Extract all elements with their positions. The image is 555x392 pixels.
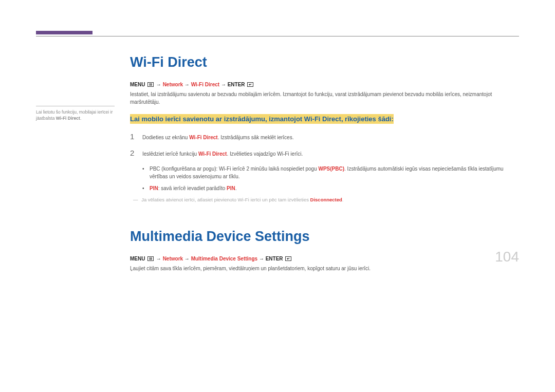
enter-icon: ↵ <box>285 256 291 261</box>
section2: Multimedia Device Settings MENU III → Ne… <box>130 229 519 272</box>
accent-bar <box>36 31 92 34</box>
arrow: → <box>183 256 191 262</box>
content-row: Lai lietotu šo funkciju, mobilajai ierīc… <box>36 54 519 279</box>
bullet-1: • PBC (konfigurēšana ar pogu): Wi-Fi ier… <box>142 165 519 180</box>
section2-intro: Ļaujiet citām sava tīkla ierīcēm, piemēr… <box>130 265 519 272</box>
enter-label: ENTER <box>266 256 285 262</box>
step-2: 2 Ieslēdziet ierīcē funkciju Wi-Fi Direc… <box>130 148 519 158</box>
section2-menu-path: MENU III → Network → Multimedia Device S… <box>130 256 519 262</box>
note-red: Disconnected <box>310 197 342 202</box>
enter-label: ENTER <box>228 82 247 87</box>
sidebar-note: Lai lietotu šo funkciju, mobilajai ierīc… <box>36 109 115 122</box>
bullet1-text: PBC (konfigurēšana ar pogu): Wi-Fi ierīc… <box>150 165 519 180</box>
sidebar-note-bold: Wi-Fi Direct <box>56 116 80 121</box>
bullet2-red1: PIN <box>150 185 158 191</box>
bullet1-red: WPS(PBC) <box>319 166 345 172</box>
step-body-1: Dodieties uz ekrānu Wi-Fi Direct. Izstrā… <box>142 132 519 141</box>
note-pre: Ja vēlaties atvienot ierīci, atlasiet pi… <box>140 197 310 202</box>
section1-note: ― Ja vēlaties atvienot ierīci, atlasiet … <box>133 196 519 203</box>
bullet2-red2: PIN <box>227 185 235 191</box>
arrow: → <box>257 256 266 262</box>
menu-network: Network <box>163 256 183 262</box>
bullet2-text: PIN: savā ierīcē ievadiet parādīto PIN. <box>150 184 519 192</box>
step1-red: Wi-Fi Direct <box>189 135 217 140</box>
arrow: → <box>219 82 228 87</box>
step-1: 1 Dodieties uz ekrānu Wi-Fi Direct. Izst… <box>130 132 519 141</box>
menu-network: Network <box>163 82 183 87</box>
bullet1-pre: PBC (konfigurēšana ar pogu): Wi-Fi ierīc… <box>150 166 319 172</box>
bullet2-mid: : savā ierīcē ievadiet parādīto <box>158 185 227 191</box>
menu-icon: III <box>147 256 154 261</box>
menu-label: MENU <box>130 82 146 87</box>
menu-icon: III <box>147 82 154 87</box>
steps-list: 1 Dodieties uz ekrānu Wi-Fi Direct. Izst… <box>130 132 519 158</box>
step-body-2: Ieslēdziet ierīcē funkciju Wi-Fi Direct.… <box>142 148 519 158</box>
top-rule <box>36 36 519 36</box>
bullet2-post: . <box>235 185 237 191</box>
sidebar-rule <box>36 106 115 106</box>
main-column: Wi-Fi Direct MENU III → Network → Wi-Fi … <box>122 54 519 279</box>
section1-title: Wi-Fi Direct <box>130 54 519 70</box>
section1-menu-path: MENU III → Network → Wi-Fi Direct → ENTE… <box>130 82 519 87</box>
step-num-2: 2 <box>130 148 142 158</box>
menu-item: Wi-Fi Direct <box>191 82 219 87</box>
step2-red: Wi-Fi Direct <box>198 151 227 157</box>
section2-title: Multimedia Device Settings <box>130 229 519 245</box>
step2-pre: Ieslēdziet ierīcē funkciju <box>142 151 198 157</box>
arrow: → <box>183 82 191 87</box>
sidebar: Lai lietotu šo funkciju, mobilajai ierīc… <box>36 54 122 279</box>
note-post: . <box>342 197 344 202</box>
step1-post: . Izstrādājums sāk meklēt ierīces. <box>218 135 294 140</box>
bullet-marker: • <box>142 184 150 192</box>
sidebar-note-suffix: . <box>80 116 81 121</box>
menu-item: Multimedia Device Settings <box>191 256 257 262</box>
menu-label: MENU <box>130 256 146 262</box>
section1-intro: Iestatiet, lai izstrādājumu savienotu ar… <box>130 90 519 106</box>
step1-pre: Dodieties uz ekrānu <box>142 135 189 140</box>
bullet-list: • PBC (konfigurēšana ar pogu): Wi-Fi ier… <box>142 165 519 192</box>
step-num-1: 1 <box>130 132 142 141</box>
bullet-2: • PIN: savā ierīcē ievadiet parādīto PIN… <box>142 184 519 192</box>
step2-post: . Izvēlieties vajadzīgo Wi-Fi ierīci. <box>227 151 303 157</box>
page-number: 104 <box>495 249 519 265</box>
arrow: → <box>155 82 163 87</box>
section1-highlight: Lai mobilo ierīci savienotu ar izstrādāj… <box>130 114 394 124</box>
page-container: Lai lietotu šo funkciju, mobilajai ierīc… <box>0 0 555 279</box>
bullet-marker: • <box>142 165 150 180</box>
note-dash: ― <box>133 197 138 202</box>
section1-highlight-wrap: Lai mobilo ierīci savienotu ar izstrādāj… <box>130 113 519 125</box>
enter-icon: ↵ <box>247 82 253 87</box>
arrow: → <box>155 256 163 262</box>
